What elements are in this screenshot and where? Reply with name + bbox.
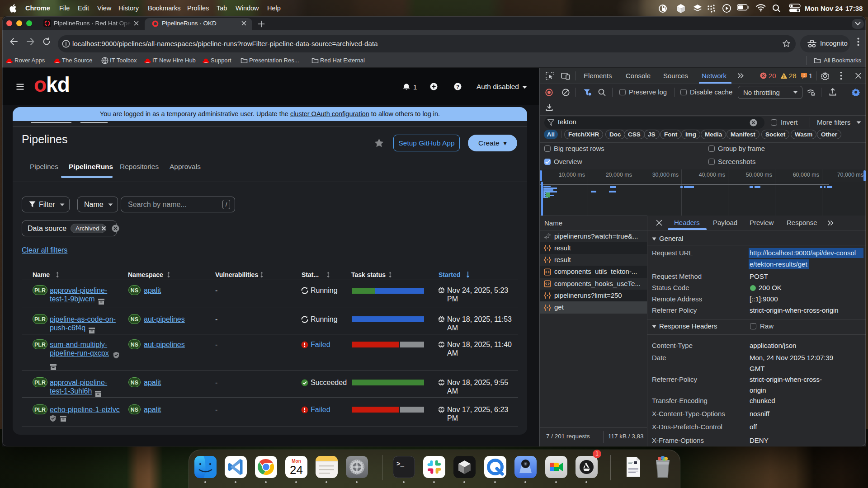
svg-text:24: 24	[290, 463, 303, 477]
svg-text:>_: >_	[396, 460, 404, 468]
svg-text:?: ?	[456, 84, 459, 89]
